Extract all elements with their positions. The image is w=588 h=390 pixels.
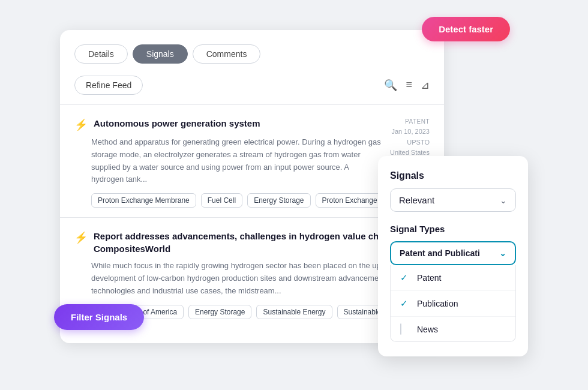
option-news[interactable]: News — [391, 317, 515, 341]
feed-icons: 🔍 ≡ ⊿ — [384, 79, 430, 92]
refine-feed-button[interactable]: Refine Feed — [74, 76, 143, 95]
check-news-icon — [400, 324, 411, 334]
option-publication-label: Publication — [417, 299, 458, 308]
tag-fuel-cell[interactable]: Fuel Cell — [201, 193, 242, 208]
signal-desc-2: While much focus in the rapidly growing … — [74, 260, 430, 297]
tag-proton-exchange-2[interactable]: Proton Exchange Me... — [316, 193, 383, 208]
filter-panel: Signals Relevant ⌄ Signal Types Patent a… — [378, 156, 528, 356]
option-patent-label: Patent — [417, 273, 441, 283]
bolt-icon-2: ⚡ — [74, 231, 88, 244]
patent-org: UPSTO — [390, 137, 430, 148]
signal-types-value: Patent and Publicati — [400, 248, 480, 258]
signal-title-1: Autonomous power generation system — [94, 117, 260, 130]
options-list: ✓ Patent ✓ Publication News — [390, 265, 516, 342]
relevant-label: Relevant — [399, 195, 434, 205]
check-patent-icon: ✓ — [400, 272, 411, 283]
tag-energy-storage-2[interactable]: Energy Storage — [188, 305, 251, 319]
option-patent[interactable]: ✓ Patent — [391, 265, 515, 291]
chevron-down-icon-2: ⌄ — [499, 248, 506, 258]
check-publication-icon: ✓ — [400, 298, 411, 309]
signal-header-2: ⚡ Report addresses advancements, challen… — [74, 230, 430, 255]
filter-signals-button[interactable]: Filter Signals — [54, 304, 144, 330]
feed-controls: Refine Feed 🔍 ≡ ⊿ — [60, 76, 444, 104]
tag-sustainable-energy[interactable]: Sustainable Energy — [256, 305, 332, 319]
checkbox-empty-news — [400, 323, 401, 335]
signal-types-dropdown[interactable]: Patent and Publicati ⌄ — [390, 241, 516, 265]
tab-comments[interactable]: Comments — [193, 44, 261, 64]
signal-types-section-label: Signal Types — [390, 224, 516, 234]
patent-date: Jan 10, 2023 — [390, 127, 430, 137]
tag-energy-storage-1[interactable]: Energy Storage — [247, 193, 310, 208]
tabs-row: Details Signals Comments — [60, 30, 444, 76]
patent-meta: PATENT Jan 10, 2023 UPSTO United States — [383, 117, 430, 158]
signal-desc-1: Method and apparatus for generating gree… — [74, 136, 383, 186]
tags-row-1: Proton Exchange Membrane Fuel Cell Energ… — [74, 193, 383, 208]
funnel-icon[interactable]: ⊿ — [421, 79, 430, 92]
tab-signals[interactable]: Signals — [133, 44, 188, 64]
search-icon[interactable]: 🔍 — [384, 79, 397, 92]
detect-faster-button[interactable]: Detect faster — [422, 17, 510, 41]
relevant-dropdown[interactable]: Relevant ⌄ — [390, 188, 516, 212]
tab-details[interactable]: Details — [74, 44, 128, 64]
signals-section-label: Signals — [390, 170, 516, 181]
option-publication[interactable]: ✓ Publication — [391, 291, 515, 317]
option-news-label: News — [417, 325, 438, 334]
tag-proton-exchange[interactable]: Proton Exchange Membrane — [91, 193, 196, 208]
patent-type-label: PATENT — [390, 117, 430, 127]
signal-header-1: ⚡ Autonomous power generation system — [74, 117, 383, 131]
filter-lines-icon[interactable]: ≡ — [406, 79, 412, 92]
bolt-icon-1: ⚡ — [74, 118, 88, 131]
chevron-down-icon: ⌄ — [500, 196, 507, 205]
